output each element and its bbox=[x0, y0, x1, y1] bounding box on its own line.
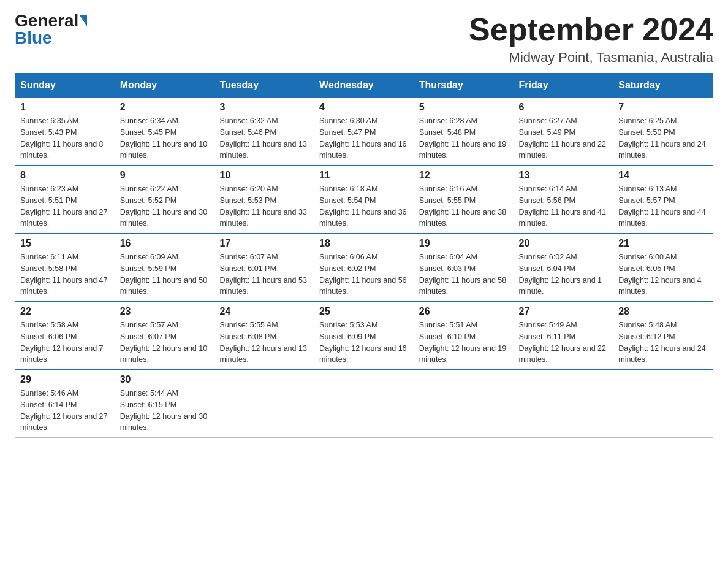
day-info: Sunrise: 6:04 AMSunset: 6:03 PMDaylight:… bbox=[419, 251, 509, 297]
day-info: Sunrise: 5:46 AMSunset: 6:14 PMDaylight:… bbox=[20, 388, 110, 434]
calendar-cell: 19 Sunrise: 6:04 AMSunset: 6:03 PMDaylig… bbox=[414, 234, 514, 302]
header-saturday: Saturday bbox=[613, 74, 713, 98]
day-info: Sunrise: 5:44 AMSunset: 6:15 PMDaylight:… bbox=[120, 388, 210, 434]
day-info: Sunrise: 5:55 AMSunset: 6:08 PMDaylight:… bbox=[219, 320, 309, 366]
day-number: 30 bbox=[120, 374, 210, 385]
day-number: 17 bbox=[219, 238, 309, 249]
calendar-week-1: 1 Sunrise: 6:35 AMSunset: 5:43 PMDayligh… bbox=[15, 98, 713, 166]
logo: General Blue bbox=[15, 12, 87, 47]
day-info: Sunrise: 6:22 AMSunset: 5:52 PMDaylight:… bbox=[120, 183, 210, 229]
calendar-cell: 25 Sunrise: 5:53 AMSunset: 6:09 PMDaylig… bbox=[314, 302, 414, 370]
calendar-cell: 11 Sunrise: 6:18 AMSunset: 5:54 PMDaylig… bbox=[314, 166, 414, 234]
day-info: Sunrise: 5:57 AMSunset: 6:07 PMDaylight:… bbox=[120, 320, 210, 366]
calendar-cell bbox=[514, 370, 613, 438]
header-sunday: Sunday bbox=[15, 74, 115, 98]
calendar-cell: 1 Sunrise: 6:35 AMSunset: 5:43 PMDayligh… bbox=[15, 98, 115, 166]
calendar-title: September 2024 bbox=[469, 12, 713, 47]
day-number: 8 bbox=[20, 170, 110, 181]
calendar-subtitle: Midway Point, Tasmania, Australia bbox=[469, 50, 713, 66]
calendar-cell: 12 Sunrise: 6:16 AMSunset: 5:55 PMDaylig… bbox=[414, 166, 514, 234]
calendar-cell bbox=[314, 370, 414, 438]
day-info: Sunrise: 6:09 AMSunset: 5:59 PMDaylight:… bbox=[120, 251, 210, 297]
day-number: 12 bbox=[419, 170, 509, 181]
logo-blue: Blue bbox=[15, 29, 52, 47]
logo-row1: General bbox=[15, 12, 87, 29]
day-info: Sunrise: 6:18 AMSunset: 5:54 PMDaylight:… bbox=[319, 183, 409, 229]
day-info: Sunrise: 6:32 AMSunset: 5:46 PMDaylight:… bbox=[219, 115, 309, 161]
day-info: Sunrise: 5:48 AMSunset: 6:12 PMDaylight:… bbox=[618, 320, 708, 366]
header-monday: Monday bbox=[115, 74, 214, 98]
day-number: 10 bbox=[219, 170, 309, 181]
day-info: Sunrise: 6:14 AMSunset: 5:56 PMDaylight:… bbox=[519, 183, 609, 229]
day-number: 4 bbox=[319, 102, 409, 113]
calendar-week-5: 29 Sunrise: 5:46 AMSunset: 6:14 PMDaylig… bbox=[15, 370, 713, 438]
day-info: Sunrise: 6:06 AMSunset: 6:02 PMDaylight:… bbox=[319, 251, 409, 297]
day-number: 5 bbox=[419, 102, 509, 113]
day-number: 26 bbox=[419, 306, 509, 317]
day-number: 21 bbox=[618, 238, 708, 249]
calendar-cell: 27 Sunrise: 5:49 AMSunset: 6:11 PMDaylig… bbox=[514, 302, 613, 370]
day-number: 11 bbox=[319, 170, 409, 181]
weekday-header-row: Sunday Monday Tuesday Wednesday Thursday… bbox=[15, 74, 713, 98]
day-info: Sunrise: 6:13 AMSunset: 5:57 PMDaylight:… bbox=[618, 183, 708, 229]
day-number: 22 bbox=[20, 306, 110, 317]
day-info: Sunrise: 6:25 AMSunset: 5:50 PMDaylight:… bbox=[618, 115, 708, 161]
calendar-cell: 15 Sunrise: 6:11 AMSunset: 5:58 PMDaylig… bbox=[15, 234, 115, 302]
calendar-cell: 30 Sunrise: 5:44 AMSunset: 6:15 PMDaylig… bbox=[115, 370, 214, 438]
calendar-cell: 4 Sunrise: 6:30 AMSunset: 5:47 PMDayligh… bbox=[314, 98, 414, 166]
day-number: 14 bbox=[618, 170, 708, 181]
day-number: 7 bbox=[618, 102, 708, 113]
header-thursday: Thursday bbox=[414, 74, 514, 98]
day-number: 2 bbox=[120, 102, 210, 113]
calendar-week-4: 22 Sunrise: 5:58 AMSunset: 6:06 PMDaylig… bbox=[15, 302, 713, 370]
day-info: Sunrise: 6:20 AMSunset: 5:53 PMDaylight:… bbox=[219, 183, 309, 229]
calendar-cell bbox=[414, 370, 514, 438]
day-number: 25 bbox=[319, 306, 409, 317]
calendar-cell: 2 Sunrise: 6:34 AMSunset: 5:45 PMDayligh… bbox=[115, 98, 214, 166]
logo-general: General bbox=[15, 12, 78, 29]
day-number: 27 bbox=[519, 306, 609, 317]
page: General Blue September 2024 Midway Point… bbox=[0, 0, 728, 563]
day-info: Sunrise: 6:28 AMSunset: 5:48 PMDaylight:… bbox=[419, 115, 509, 161]
day-info: Sunrise: 6:30 AMSunset: 5:47 PMDaylight:… bbox=[319, 115, 409, 161]
calendar-cell: 6 Sunrise: 6:27 AMSunset: 5:49 PMDayligh… bbox=[514, 98, 613, 166]
day-number: 20 bbox=[519, 238, 609, 249]
day-info: Sunrise: 6:23 AMSunset: 5:51 PMDaylight:… bbox=[20, 183, 110, 229]
day-number: 6 bbox=[519, 102, 609, 113]
calendar-header: Sunday Monday Tuesday Wednesday Thursday… bbox=[15, 74, 713, 98]
header-friday: Friday bbox=[514, 74, 613, 98]
day-info: Sunrise: 6:07 AMSunset: 6:01 PMDaylight:… bbox=[219, 251, 309, 297]
calendar-cell: 17 Sunrise: 6:07 AMSunset: 6:01 PMDaylig… bbox=[214, 234, 314, 302]
calendar-cell: 7 Sunrise: 6:25 AMSunset: 5:50 PMDayligh… bbox=[613, 98, 713, 166]
day-info: Sunrise: 6:02 AMSunset: 6:04 PMDaylight:… bbox=[519, 251, 609, 297]
logo-triangle-icon bbox=[80, 15, 87, 26]
day-info: Sunrise: 6:35 AMSunset: 5:43 PMDaylight:… bbox=[20, 115, 110, 161]
calendar-body: 1 Sunrise: 6:35 AMSunset: 5:43 PMDayligh… bbox=[15, 98, 713, 438]
day-number: 1 bbox=[20, 102, 110, 113]
day-number: 28 bbox=[618, 306, 708, 317]
calendar-cell: 16 Sunrise: 6:09 AMSunset: 5:59 PMDaylig… bbox=[115, 234, 214, 302]
calendar-cell: 13 Sunrise: 6:14 AMSunset: 5:56 PMDaylig… bbox=[514, 166, 613, 234]
calendar-cell: 8 Sunrise: 6:23 AMSunset: 5:51 PMDayligh… bbox=[15, 166, 115, 234]
day-info: Sunrise: 6:16 AMSunset: 5:55 PMDaylight:… bbox=[419, 183, 509, 229]
day-info: Sunrise: 5:53 AMSunset: 6:09 PMDaylight:… bbox=[319, 320, 409, 366]
day-number: 24 bbox=[219, 306, 309, 317]
calendar-cell bbox=[214, 370, 314, 438]
calendar-table: Sunday Monday Tuesday Wednesday Thursday… bbox=[15, 73, 713, 438]
header-wednesday: Wednesday bbox=[314, 74, 414, 98]
day-number: 3 bbox=[219, 102, 309, 113]
day-number: 29 bbox=[20, 374, 110, 385]
day-info: Sunrise: 6:27 AMSunset: 5:49 PMDaylight:… bbox=[519, 115, 609, 161]
calendar-cell: 10 Sunrise: 6:20 AMSunset: 5:53 PMDaylig… bbox=[214, 166, 314, 234]
day-number: 19 bbox=[419, 238, 509, 249]
day-number: 18 bbox=[319, 238, 409, 249]
calendar-cell: 5 Sunrise: 6:28 AMSunset: 5:48 PMDayligh… bbox=[414, 98, 514, 166]
calendar-cell: 26 Sunrise: 5:51 AMSunset: 6:10 PMDaylig… bbox=[414, 302, 514, 370]
calendar-cell: 22 Sunrise: 5:58 AMSunset: 6:06 PMDaylig… bbox=[15, 302, 115, 370]
calendar-week-2: 8 Sunrise: 6:23 AMSunset: 5:51 PMDayligh… bbox=[15, 166, 713, 234]
day-number: 9 bbox=[120, 170, 210, 181]
day-number: 23 bbox=[120, 306, 210, 317]
calendar-cell: 20 Sunrise: 6:02 AMSunset: 6:04 PMDaylig… bbox=[514, 234, 613, 302]
day-info: Sunrise: 6:34 AMSunset: 5:45 PMDaylight:… bbox=[120, 115, 210, 161]
header: General Blue September 2024 Midway Point… bbox=[15, 12, 713, 66]
